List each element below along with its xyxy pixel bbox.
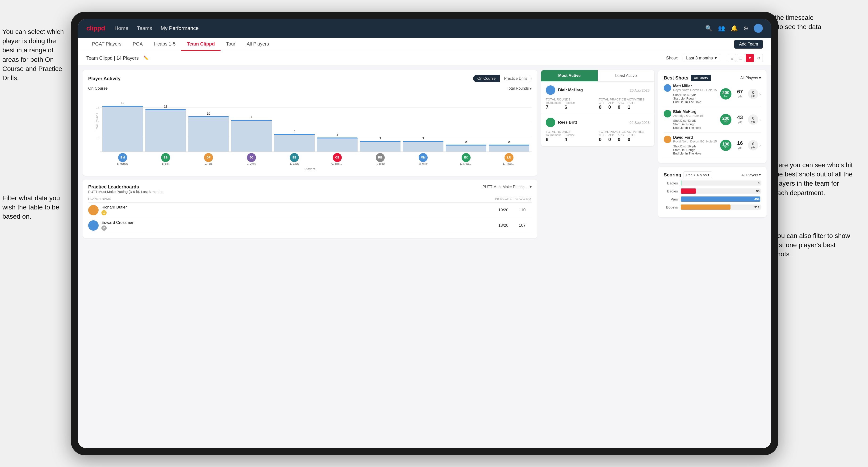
arg-label: ARG (618, 101, 624, 104)
avatar (546, 85, 555, 95)
tournament-value: 8 (546, 137, 561, 142)
lb-player-info: Richard Butler 1 (88, 205, 494, 215)
activity-tabs: Most Active Least Active (541, 70, 654, 82)
user-avatar[interactable] (754, 24, 763, 33)
shot-details: Shot Dist: 67 yds Start Lie: Rough End L… (664, 93, 718, 104)
table-row[interactable]: Matt Miller Royal North Devon GC, Hole 1… (664, 81, 761, 107)
lb-avg: 110 (513, 208, 532, 213)
putt-label: PUTT (628, 101, 635, 104)
activity-stats: Total Rounds Tournament 7 Practice 6 (546, 98, 650, 110)
badge-label: SG (724, 121, 727, 123)
tournament-stat: Tournament 7 (546, 101, 561, 110)
view-toggle-settings[interactable]: ⚙ (755, 54, 763, 62)
practice-drills-toggle[interactable]: Practice Drills (500, 75, 531, 82)
bar-value: 3 (422, 136, 424, 140)
shot-metric-zero: 0 yds (748, 115, 758, 125)
tab-least-active[interactable]: Least Active (598, 70, 654, 81)
player-name-label: E. Crossman (460, 162, 472, 165)
lb-score: 18/20 (494, 223, 513, 228)
player-name: Rees Britt (558, 120, 577, 125)
player-avatar: BB (161, 153, 170, 162)
player-avatar: DF (204, 153, 213, 162)
practice-stat: Practice 4 (564, 133, 575, 142)
all-shots-button[interactable]: All Shots (691, 75, 711, 81)
scoring-bar-label: Pars (664, 197, 678, 201)
bar-group: 5 (274, 129, 315, 152)
view-toggles: ⊞ ☰ ♥ ⚙ (728, 54, 763, 62)
avatar (664, 110, 671, 118)
practice-activities-row: GTT 0 APP 0 ARG 0 (599, 101, 650, 110)
lb-table-header: PLAYER NAME PB SCORE PB AVG SQ (88, 197, 532, 203)
scoring-title: Scoring (664, 172, 681, 178)
team-header: Team Clippd | 14 Players ✏️ Show: Last 3… (78, 51, 771, 65)
scoring-players-dropdown[interactable]: All Players ▾ (741, 173, 761, 177)
all-players-dropdown[interactable]: All Players ▾ (740, 76, 761, 80)
add-circle-icon[interactable]: ⊕ (743, 25, 748, 32)
app-value: 0 (608, 137, 614, 142)
nav-item-home[interactable]: Home (115, 25, 128, 31)
chevron-down-icon: ▾ (530, 185, 532, 189)
scoring-bar-label: Birdies (664, 189, 678, 193)
view-toggle-list[interactable]: ☰ (737, 54, 745, 62)
lb-score: 19/20 (494, 208, 513, 213)
gtt-value: 0 (599, 104, 604, 110)
player-avatar: LR (504, 153, 514, 162)
main-content: Player Activity On Course Practice Drill… (78, 65, 771, 448)
scoring-filter-dropdown[interactable]: Par 3, 4 & 5s ▾ (684, 172, 712, 178)
view-toggle-heart[interactable]: ♥ (746, 54, 754, 62)
list-item[interactable]: Edward Crossman 2 18/20 107 (88, 218, 532, 233)
nav-item-performance[interactable]: My Performance (161, 25, 198, 31)
chart-dropdown[interactable]: Total Rounds ▾ (507, 86, 532, 91)
player-name: Blair McHarg (673, 110, 703, 114)
tab-all-players[interactable]: All Players (241, 38, 275, 51)
shot-metric: 67 yds (734, 89, 746, 99)
arg-stat: ARG 0 (618, 101, 624, 110)
shot-metrics: 67 yds 0 yds (734, 89, 758, 99)
tournament-value: 7 (546, 104, 561, 110)
badge-label: SG (724, 95, 727, 97)
tab-team-clippd[interactable]: Team Clippd (181, 38, 220, 51)
bell-icon[interactable]: 🔔 (731, 25, 738, 32)
show-dropdown[interactable]: Last 3 months ▾ (683, 54, 720, 62)
player-avatar: MM (418, 153, 428, 162)
chart-bar (360, 141, 401, 152)
tab-pga[interactable]: PGA (127, 38, 148, 51)
metric-value: 43 (734, 115, 746, 121)
badge-number: 198 (722, 142, 729, 146)
card-header: Player Activity On Course Practice Drill… (88, 75, 532, 82)
player-avatar: BM (118, 153, 127, 162)
on-course-toggle[interactable]: On Course (473, 75, 500, 82)
list-item[interactable]: Richard Butler 1 19/20 110 (88, 203, 532, 218)
tab-tour[interactable]: Tour (220, 38, 241, 51)
bar-group: 2 (489, 140, 529, 152)
chart-bar (274, 134, 315, 152)
table-row[interactable]: Blair McHarg Ashridge GC, Hole 15 Shot D… (664, 107, 761, 132)
player-name: Edward Crossman (101, 220, 134, 225)
leaderboard-dropdown[interactable]: PUTT Must Make Putting ... ▾ (483, 185, 532, 189)
scoring-bar-track: 311 (681, 205, 761, 210)
scoring-bar-fill (681, 196, 760, 201)
tab-hcaps[interactable]: Hcaps 1-5 (148, 38, 181, 51)
chevron-right-icon: › (759, 117, 761, 122)
bar-value: 3 (379, 136, 381, 140)
scoring-bar-value: 3 (758, 181, 760, 185)
users-icon[interactable]: 👥 (718, 25, 725, 32)
add-team-button[interactable]: Add Team (734, 40, 763, 49)
tab-most-active[interactable]: Most Active (541, 70, 598, 81)
rounds-row: Tournament 8 Practice 4 (546, 133, 596, 142)
view-toggle-grid[interactable]: ⊞ (728, 54, 736, 62)
scoring-bar-label: Eagles (664, 181, 678, 185)
chart-bar (145, 109, 186, 152)
bar-value: 12 (164, 105, 167, 108)
edit-icon[interactable]: ✏️ (144, 55, 149, 61)
rounds-label: Total Rounds (546, 98, 596, 101)
player-name: Richard Butler (101, 205, 127, 210)
tab-pgat-players[interactable]: PGAT Players (86, 38, 127, 51)
scoring-bar-fill (681, 188, 696, 194)
avatar (88, 205, 99, 215)
chart-bar (403, 141, 443, 152)
table-row[interactable]: David Ford Royal North Devon GC, Hole 15… (664, 132, 761, 158)
search-icon[interactable]: 🔍 (705, 25, 712, 32)
gtt-label: GTT (599, 133, 604, 137)
nav-item-teams[interactable]: Teams (137, 25, 152, 31)
